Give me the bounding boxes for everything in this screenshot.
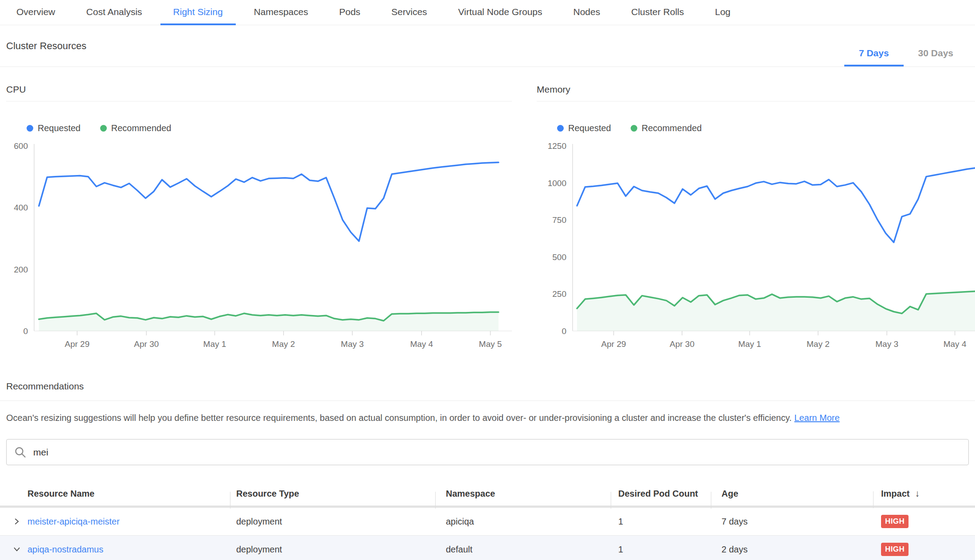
- resource-search: [6, 439, 969, 465]
- tab-cluster-rolls[interactable]: Cluster Rolls: [618, 0, 697, 23]
- memory-chart-plot: 025050075010001250Apr 29Apr 30May 1May 2…: [537, 140, 975, 351]
- svg-text:500: 500: [552, 253, 566, 262]
- search-icon: [14, 446, 27, 459]
- legend-dot-recommended: [631, 125, 637, 132]
- time-range-toggle: 7 Days30 Days: [844, 48, 968, 66]
- table-row: apiqa-nostradamusdeploymentdefault12 day…: [0, 536, 975, 560]
- tab-virtual-node-groups[interactable]: Virtual Node Groups: [445, 0, 555, 23]
- svg-text:May 1: May 1: [738, 339, 761, 349]
- cpu-chart-legend: RequestedRecommended: [6, 122, 512, 134]
- tab-right-sizing[interactable]: Right Sizing: [160, 0, 236, 25]
- resource-type-cell: deployment: [230, 517, 435, 527]
- tab-pods[interactable]: Pods: [326, 0, 373, 23]
- namespace-cell: apiciqa: [435, 517, 611, 527]
- tab-cost-analysis[interactable]: Cost Analysis: [74, 0, 155, 23]
- age-cell: 2 days: [711, 544, 873, 555]
- impact-badge: HIGH: [881, 543, 909, 556]
- recommendations-description: Ocean's resizing suggestions will help y…: [6, 413, 966, 423]
- legend-label: Requested: [38, 123, 81, 133]
- chevron-down-icon[interactable]: [12, 544, 22, 554]
- section-title-recommendations: Recommendations: [6, 381, 975, 392]
- column-header-desired-pod-count[interactable]: Desired Pod Count: [611, 489, 711, 499]
- legend-dot-requested: [557, 125, 564, 132]
- range-tab-7-days[interactable]: 7 Days: [844, 48, 904, 66]
- memory-chart-title: Memory: [537, 84, 975, 101]
- pod-count-cell: 1: [611, 544, 711, 555]
- recommendations-table: Resource Name Resource Type Namespace De…: [0, 482, 975, 560]
- recommendations-header: Recommendations: [0, 381, 975, 401]
- legend-item-requested[interactable]: Requested: [557, 123, 611, 133]
- legend-item-requested[interactable]: Requested: [27, 123, 81, 133]
- legend-item-recommended[interactable]: Recommended: [631, 123, 702, 133]
- tab-nodes[interactable]: Nodes: [561, 0, 613, 23]
- legend-dot-recommended: [100, 125, 107, 132]
- row-expander[interactable]: [0, 517, 27, 526]
- resource-name-link[interactable]: meister-apiciqa-meister: [27, 517, 120, 526]
- memory-chart-legend: RequestedRecommended: [537, 122, 975, 134]
- svg-text:600: 600: [14, 141, 28, 151]
- column-header-impact[interactable]: Impact↓: [873, 488, 975, 499]
- cpu-chart-title: CPU: [6, 84, 512, 101]
- svg-text:250: 250: [552, 289, 566, 299]
- row-expander[interactable]: [0, 544, 27, 554]
- cluster-resources-header: Cluster Resources 7 Days30 Days: [0, 25, 975, 67]
- svg-text:May 2: May 2: [807, 339, 830, 349]
- svg-text:May 1: May 1: [203, 339, 226, 349]
- resource-name-link[interactable]: apiqa-nostradamus: [27, 544, 103, 554]
- svg-text:200: 200: [14, 265, 28, 274]
- svg-text:Apr 29: Apr 29: [601, 339, 626, 349]
- table-header-row: Resource Name Resource Type Namespace De…: [0, 482, 975, 506]
- main-tabs: OverviewCost AnalysisRight SizingNamespa…: [0, 0, 975, 25]
- legend-label: Recommended: [111, 123, 172, 133]
- tab-log[interactable]: Log: [702, 0, 743, 23]
- range-tab-30-days[interactable]: 30 Days: [904, 48, 968, 66]
- resource-type-cell: deployment: [230, 544, 435, 555]
- pod-count-cell: 1: [611, 517, 711, 527]
- impact-badge: HIGH: [881, 515, 909, 528]
- svg-text:400: 400: [14, 203, 28, 212]
- svg-text:May 3: May 3: [341, 339, 364, 349]
- svg-text:0: 0: [562, 327, 566, 336]
- recommendations-description-text: Ocean's resizing suggestions will help y…: [6, 413, 792, 423]
- namespace-cell: default: [435, 544, 611, 555]
- search-input[interactable]: [32, 447, 968, 458]
- legend-label: Recommended: [642, 123, 702, 133]
- column-header-age[interactable]: Age: [711, 489, 873, 499]
- column-header-resource-type[interactable]: Resource Type: [230, 489, 435, 499]
- svg-text:May 3: May 3: [875, 339, 898, 349]
- memory-chart-section: Memory RequestedRecommended 025050075010…: [537, 84, 975, 351]
- svg-text:May 4: May 4: [944, 339, 967, 349]
- svg-text:0: 0: [23, 327, 28, 336]
- svg-text:Apr 29: Apr 29: [65, 339, 90, 349]
- sort-descending-icon[interactable]: ↓: [915, 488, 920, 498]
- chevron-right-icon[interactable]: [12, 517, 22, 526]
- learn-more-link[interactable]: Learn More: [794, 413, 839, 423]
- section-title-cluster-resources: Cluster Resources: [6, 40, 86, 52]
- legend-item-recommended[interactable]: Recommended: [100, 123, 172, 133]
- column-header-namespace[interactable]: Namespace: [435, 489, 611, 499]
- recommendations-table-body: meister-apiciqa-meisterdeploymentapiciqa…: [0, 508, 975, 560]
- svg-text:1000: 1000: [548, 179, 566, 188]
- table-row: meister-apiciqa-meisterdeploymentapiciqa…: [0, 508, 975, 536]
- legend-dot-requested: [27, 125, 33, 132]
- tab-services[interactable]: Services: [378, 0, 440, 23]
- column-header-resource-name[interactable]: Resource Name: [27, 489, 230, 499]
- cpu-chart-section: CPU RequestedRecommended 0200400600Apr 2…: [6, 84, 512, 351]
- svg-text:May 2: May 2: [272, 339, 295, 349]
- tab-overview[interactable]: Overview: [4, 0, 68, 23]
- cpu-chart-plot: 0200400600Apr 29Apr 30May 1May 2May 3May…: [6, 140, 512, 351]
- svg-text:750: 750: [552, 215, 566, 225]
- age-cell: 7 days: [711, 517, 873, 527]
- svg-text:1250: 1250: [548, 141, 566, 151]
- tab-namespaces[interactable]: Namespaces: [241, 0, 321, 23]
- svg-text:May 5: May 5: [479, 339, 502, 349]
- svg-text:Apr 30: Apr 30: [134, 339, 159, 349]
- legend-label: Requested: [568, 123, 611, 133]
- svg-text:Apr 30: Apr 30: [670, 339, 694, 349]
- svg-text:May 4: May 4: [410, 339, 433, 349]
